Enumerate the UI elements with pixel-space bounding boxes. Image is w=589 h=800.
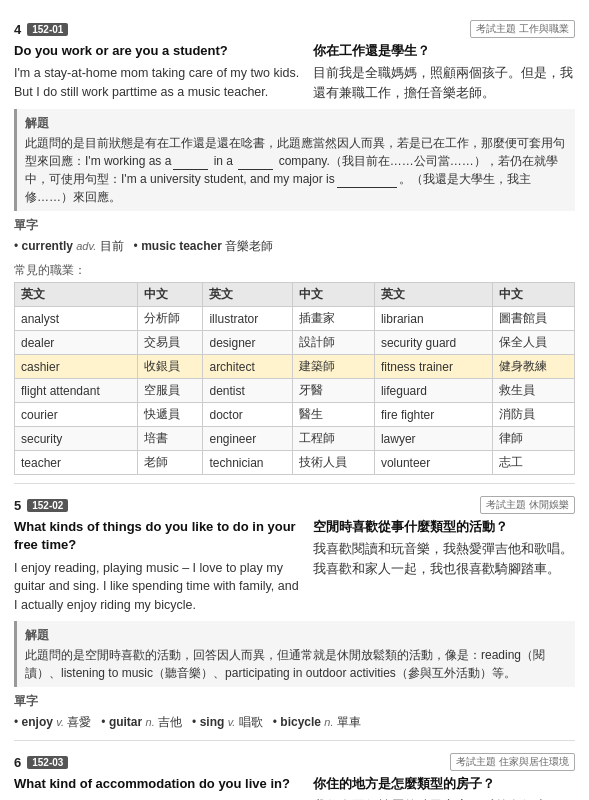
section-4-analysis: 解題 此題問的是目前狀態是有在工作還是還在唸書，此題應當然因人而異，若是已在工作… (14, 109, 575, 211)
section-5-answer-label: 空閒時喜歡從事什麼類型的活動？ (313, 518, 575, 536)
table-cell: 培書 (137, 427, 203, 451)
table-row: cashier收銀員architect建築師fitness trainer健身教… (15, 355, 575, 379)
vocab-sing-pos: v. (228, 716, 236, 728)
section-4-analysis-body2: in a (210, 154, 236, 168)
track-badge-5: 152-02 (27, 499, 68, 512)
section-6-tag: 考試主題 住家與居住環境 (450, 753, 575, 771)
vocab-guitar-zh: 吉他 (158, 715, 182, 729)
vocab-enjoy-zh: 喜愛 (67, 715, 91, 729)
vocab-enjoy-pos: v. (56, 716, 64, 728)
table-cell: architect (203, 355, 293, 379)
col-en1: 英文 (15, 283, 138, 307)
table-cell: volunteer (374, 451, 492, 475)
vocab-musicteacher-zh: 音樂老師 (225, 239, 273, 253)
section-4-left: Do you work or are you a student? I'm a … (14, 42, 303, 103)
table-cell: cashier (15, 355, 138, 379)
section-5-right: 空閒時喜歡從事什麼類型的活動？ 我喜歡閱讀和玩音樂，我熱愛彈吉他和歌唱。我喜歡和… (313, 518, 575, 615)
track-badge-4: 152-01 (27, 23, 68, 36)
section-6-header: 6 152-03 考試主題 住家與居住環境 (14, 753, 575, 771)
vocab-currently-en: currently (22, 239, 73, 253)
table-cell: technician (203, 451, 293, 475)
table-cell: 保全人員 (493, 331, 575, 355)
section-4-answer-label: 你在工作還是學生？ (313, 42, 575, 60)
table-cell: fitness trainer (374, 355, 492, 379)
table-row: flight attendant空服員dentist牙醫lifeguard救生員 (15, 379, 575, 403)
table-cell: librarian (374, 307, 492, 331)
table-cell: 設計師 (293, 331, 375, 355)
section-6-num: 6 152-03 (14, 755, 68, 770)
vocab-musicteacher-en: music teacher (141, 239, 222, 253)
table-cell: 律師 (493, 427, 575, 451)
section-4-question: Do you work or are you a student? (14, 42, 303, 60)
col-zh1: 中文 (137, 283, 203, 307)
table-cell: 消防員 (493, 403, 575, 427)
section-5-analysis-label: 解題 (25, 626, 567, 644)
table-cell: fire fighter (374, 403, 492, 427)
vocab-bicycle-en: bicycle (280, 715, 321, 729)
section-6-answer-label: 你住的地方是怎麼類型的房子？ (313, 775, 575, 793)
section-5-answer-body: 我喜歡閱讀和玩音樂，我熱愛彈吉他和歌唱。我喜歡和家人一起，我也很喜歡騎腳踏車。 (313, 539, 575, 579)
table-cell: 技術人員 (293, 451, 375, 475)
table-cell: 分析師 (137, 307, 203, 331)
section-5-qa: What kinds of things do you like to do i… (14, 518, 575, 615)
section-5-vocab-items: • enjoy v. 喜愛 • guitar n. 吉他 • sing v. 唱… (14, 713, 575, 732)
table-cell: 志工 (493, 451, 575, 475)
vocab-guitar-en: guitar (109, 715, 142, 729)
table-cell: 健身教練 (493, 355, 575, 379)
table-row: analyst分析師illustrator插畫家librarian圖書館員 (15, 307, 575, 331)
vocab-currently-pos: adv. (76, 240, 96, 252)
section-4-analysis-label: 解題 (25, 114, 567, 132)
table-cell: 交易員 (137, 331, 203, 355)
vocab-guitar-pos: n. (146, 716, 155, 728)
table-cell: 建築師 (293, 355, 375, 379)
jobs-table-header-row: 英文 中文 英文 中文 英文 中文 (15, 283, 575, 307)
jobs-table: 英文 中文 英文 中文 英文 中文 analyst分析師illustrator插… (14, 282, 575, 475)
table-row: teacher老師technician技術人員volunteer志工 (15, 451, 575, 475)
table-cell: 圖書館員 (493, 307, 575, 331)
section-5-id: 5 (14, 498, 21, 513)
vocab-sing-zh: 唱歌 (239, 715, 263, 729)
section-5-body: I enjoy reading, playing music – I love … (14, 559, 303, 615)
col-zh3: 中文 (493, 283, 575, 307)
table-row: courier快遞員doctor醫生fire fighter消防員 (15, 403, 575, 427)
table-row: security培書engineer工程師lawyer律師 (15, 427, 575, 451)
section-4-body: I'm a stay-at-home mom taking care of my… (14, 64, 303, 102)
table-cell: engineer (203, 427, 293, 451)
table-cell: lawyer (374, 427, 492, 451)
section-4-header: 4 152-01 考試主題 工作與職業 (14, 20, 575, 38)
table-cell: illustrator (203, 307, 293, 331)
table-cell: 空服員 (137, 379, 203, 403)
table-cell: 牙醫 (293, 379, 375, 403)
section-4-tag: 考試主題 工作與職業 (470, 20, 575, 38)
table-cell: designer (203, 331, 293, 355)
section-4-right: 你在工作還是學生？ 目前我是全職媽媽，照顧兩個孩子。但是，我還有兼職工作，擔任音… (313, 42, 575, 103)
table-cell: courier (15, 403, 138, 427)
col-en3: 英文 (374, 283, 492, 307)
table-row: dealer交易員designer設計師security guard保全人員 (15, 331, 575, 355)
table-cell: doctor (203, 403, 293, 427)
section-5-header: 5 152-02 考試主題 休閒娛樂 (14, 496, 575, 514)
blank-3 (337, 187, 397, 188)
section-4-vocab-items: • currently adv. 目前 • music teacher 音樂老師 (14, 237, 575, 256)
divider-5-6 (14, 740, 575, 741)
section-6-answer-body: 我住在兩個樓層的殖民之家，戶外有個小巧可愛的花園，四個大臥室，和嘎吱作響的木質地… (313, 796, 575, 800)
table-cell: dentist (203, 379, 293, 403)
table-cell: 工程師 (293, 427, 375, 451)
section-6-left: What kind of accommodation do you live i… (14, 775, 303, 800)
table-cell: teacher (15, 451, 138, 475)
section-5-analysis: 解題 此題問的是空閒時喜歡的活動，回答因人而異，但通常就是休閒放鬆類的活動，像是… (14, 621, 575, 687)
section-6-qa: What kind of accommodation do you live i… (14, 775, 575, 800)
table-cell: security guard (374, 331, 492, 355)
table-cell: lifeguard (374, 379, 492, 403)
common-jobs-label: 常見的職業： (14, 262, 575, 279)
table-cell: flight attendant (15, 379, 138, 403)
jobs-table-body: analyst分析師illustrator插畫家librarian圖書館員dea… (15, 307, 575, 475)
table-cell: 收銀員 (137, 355, 203, 379)
section-5-num: 5 152-02 (14, 498, 68, 513)
table-cell: 醫生 (293, 403, 375, 427)
table-cell: 插畫家 (293, 307, 375, 331)
table-cell: analyst (15, 307, 138, 331)
section-4-num: 4 152-01 (14, 22, 68, 37)
page-container: 4 152-01 考試主題 工作與職業 Do you work or are y… (0, 0, 589, 800)
vocab-bicycle-zh: 單車 (337, 715, 361, 729)
